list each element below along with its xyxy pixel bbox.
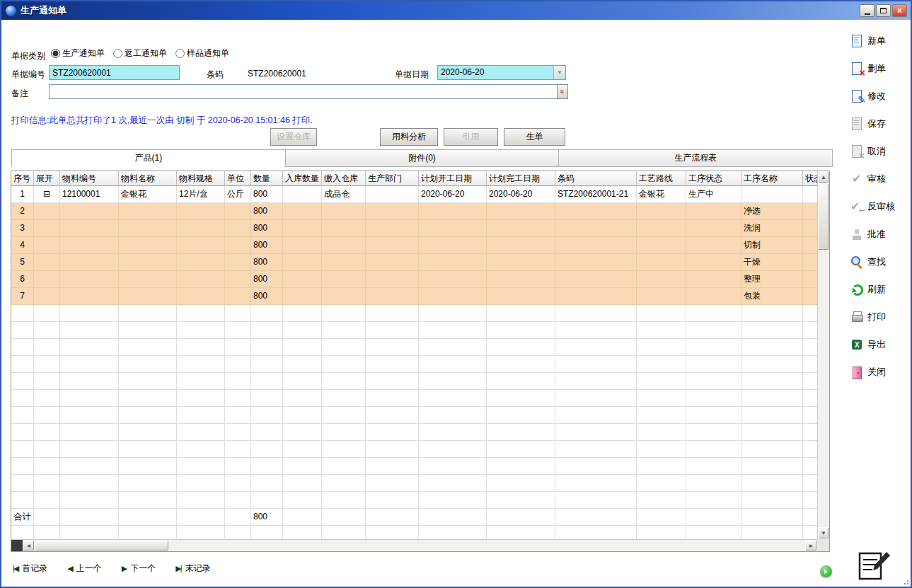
cell[interactable]: [686, 373, 741, 390]
record-nav-3[interactable]: 下一个: [122, 563, 156, 575]
cell[interactable]: [34, 271, 60, 288]
cell[interactable]: [741, 458, 803, 475]
cell[interactable]: 4: [11, 237, 34, 254]
tab-1[interactable]: 产品(1): [11, 149, 286, 167]
cell[interactable]: [487, 509, 555, 526]
cell[interactable]: [225, 288, 251, 305]
cell[interactable]: [60, 356, 119, 373]
cell[interactable]: [741, 526, 803, 539]
cell[interactable]: [419, 254, 487, 271]
cell[interactable]: [686, 526, 741, 539]
cell[interactable]: [34, 288, 60, 305]
cell[interactable]: [487, 373, 555, 390]
column-header[interactable]: 生产部门: [366, 171, 419, 186]
cell[interactable]: [322, 237, 366, 254]
cell[interactable]: [487, 305, 555, 322]
cell[interactable]: [177, 390, 225, 407]
cell[interactable]: 800: [251, 203, 283, 220]
cell[interactable]: [283, 509, 322, 526]
cell[interactable]: 12片/盒: [177, 186, 225, 203]
cell[interactable]: [60, 492, 119, 509]
cell[interactable]: [283, 526, 322, 539]
cell[interactable]: [686, 322, 741, 339]
cell[interactable]: [34, 407, 60, 424]
cell[interactable]: [419, 475, 487, 492]
cell[interactable]: [741, 509, 803, 526]
cell[interactable]: [60, 220, 119, 237]
cell[interactable]: [487, 407, 555, 424]
cell[interactable]: [11, 356, 34, 373]
cell[interactable]: [11, 339, 34, 356]
remarks-expand-button[interactable]: »: [557, 84, 568, 99]
cell[interactable]: [119, 526, 177, 539]
cell[interactable]: [34, 237, 60, 254]
resize-grip[interactable]: [901, 577, 908, 584]
scroll-left-icon[interactable]: ◄: [23, 540, 35, 551]
cell[interactable]: [283, 322, 322, 339]
column-header[interactable]: 计划完工日期: [487, 171, 555, 186]
cell[interactable]: [177, 492, 225, 509]
cell[interactable]: [34, 492, 60, 509]
cell[interactable]: [803, 203, 817, 220]
cell[interactable]: [225, 356, 251, 373]
category-option-3[interactable]: 样品通知单: [175, 47, 229, 59]
cell[interactable]: [419, 407, 487, 424]
doc-date-combo[interactable]: 2020-06-20 ▼: [437, 65, 566, 80]
cell[interactable]: STZ200620001-21: [555, 186, 637, 203]
cell[interactable]: [119, 390, 177, 407]
cell[interactable]: [322, 407, 366, 424]
cell[interactable]: 洗润: [741, 220, 803, 237]
cell[interactable]: [177, 458, 225, 475]
cell[interactable]: [322, 220, 366, 237]
cell[interactable]: [637, 254, 686, 271]
cell[interactable]: [322, 492, 366, 509]
column-header[interactable]: 状态: [803, 171, 817, 186]
cell[interactable]: [322, 458, 366, 475]
cell[interactable]: [322, 475, 366, 492]
cell[interactable]: [60, 339, 119, 356]
column-header[interactable]: 工艺路线: [637, 171, 686, 186]
cell[interactable]: [11, 441, 34, 458]
cell[interactable]: [251, 492, 283, 509]
tab-2[interactable]: 附件(0): [285, 149, 560, 167]
cell[interactable]: [251, 356, 283, 373]
cell[interactable]: [283, 407, 322, 424]
cell[interactable]: [60, 390, 119, 407]
cell[interactable]: [686, 458, 741, 475]
cell[interactable]: [177, 424, 225, 441]
cell[interactable]: [487, 271, 555, 288]
cell[interactable]: [637, 322, 686, 339]
cell[interactable]: [487, 322, 555, 339]
cell[interactable]: 生产中: [686, 186, 741, 203]
cell[interactable]: 800: [251, 254, 283, 271]
cell[interactable]: [119, 424, 177, 441]
cell[interactable]: 5: [11, 254, 34, 271]
cell[interactable]: [637, 203, 686, 220]
cell[interactable]: [637, 509, 686, 526]
cell[interactable]: [60, 526, 119, 539]
cell[interactable]: [637, 424, 686, 441]
cell[interactable]: [686, 339, 741, 356]
cell[interactable]: [34, 390, 60, 407]
cell[interactable]: [637, 390, 686, 407]
column-header[interactable]: 展开: [34, 171, 60, 186]
cell[interactable]: 合计: [11, 509, 34, 526]
cell[interactable]: [366, 407, 419, 424]
cell[interactable]: [366, 220, 419, 237]
column-header[interactable]: 物料规格: [177, 171, 225, 186]
cell[interactable]: [60, 305, 119, 322]
cell[interactable]: [177, 526, 225, 539]
cell[interactable]: [555, 203, 637, 220]
cell[interactable]: [119, 509, 177, 526]
cell[interactable]: [225, 475, 251, 492]
scroll-right-icon[interactable]: ►: [805, 540, 817, 551]
cell[interactable]: [686, 305, 741, 322]
cell[interactable]: [11, 390, 34, 407]
cell[interactable]: [34, 322, 60, 339]
cell[interactable]: 800: [251, 237, 283, 254]
cell[interactable]: [419, 305, 487, 322]
cell[interactable]: [419, 220, 487, 237]
cell[interactable]: [225, 339, 251, 356]
cell[interactable]: [225, 390, 251, 407]
cell[interactable]: [177, 305, 225, 322]
